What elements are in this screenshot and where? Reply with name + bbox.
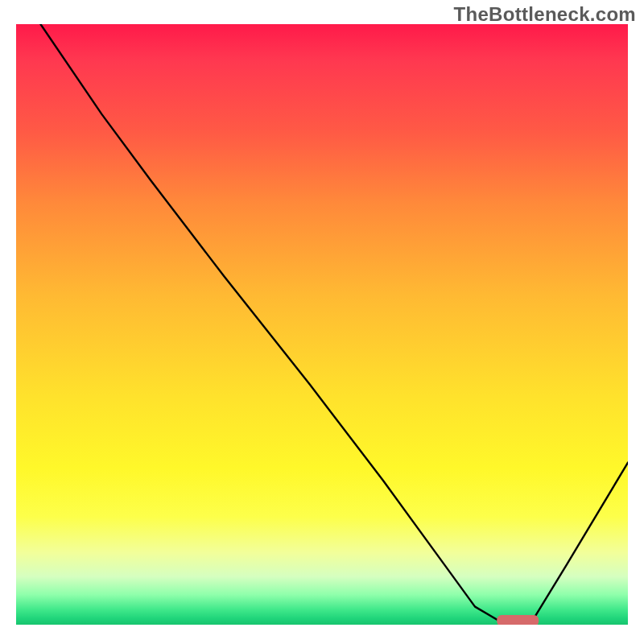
watermark-text: TheBottleneck.com: [454, 3, 636, 26]
optimal-marker: [497, 615, 539, 625]
chart-container: TheBottleneck.com: [0, 0, 644, 644]
chart-overlay: [16, 24, 628, 625]
bottleneck-curve: [40, 24, 628, 625]
plot-area: [16, 24, 628, 625]
